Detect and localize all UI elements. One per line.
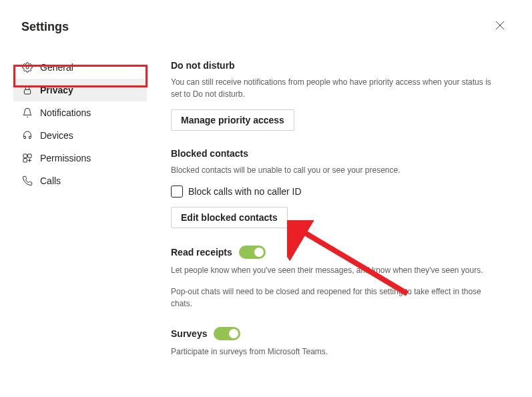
settings-header: Settings [0, 0, 532, 48]
sidebar-item-label: Privacy [40, 85, 73, 95]
receipts-desc: Let people know when you've seen their m… [171, 264, 492, 276]
dnd-desc: You can still receive notifications from… [171, 76, 492, 100]
lock-icon [21, 84, 33, 96]
svg-rect-6 [23, 159, 27, 162]
phone-icon [21, 175, 33, 187]
block-no-caller-id-checkbox[interactable] [171, 185, 183, 197]
edit-blocked-button[interactable]: Edit blocked contacts [171, 207, 288, 228]
block-no-caller-id-row[interactable]: Block calls with no caller ID [171, 185, 492, 197]
sidebar-item-general[interactable]: General [13, 56, 147, 79]
dnd-section: Do not disturb You can still receive not… [171, 60, 492, 131]
manage-priority-button[interactable]: Manage priority access [171, 109, 294, 131]
read-receipts-toggle[interactable] [239, 246, 266, 259]
sidebar-item-label: Notifications [40, 107, 91, 118]
checkbox-label: Block calls with no caller ID [188, 186, 302, 197]
receipts-section: Read receipts Let people know when you'v… [171, 246, 492, 310]
svg-point-2 [26, 66, 29, 69]
svg-rect-5 [28, 154, 31, 157]
surveys-title: Surveys [171, 328, 207, 339]
bell-icon [21, 107, 33, 119]
svg-rect-4 [23, 154, 27, 157]
sidebar-item-calls[interactable]: Calls [13, 169, 147, 192]
surveys-desc: Participate in surveys from Microsoft Te… [171, 346, 492, 358]
close-icon [495, 21, 505, 33]
sidebar-item-label: General [40, 62, 73, 73]
sidebar-item-devices[interactable]: Devices [13, 124, 147, 147]
blocked-title: Blocked contacts [171, 148, 492, 159]
page-title: Settings [21, 20, 69, 34]
gear-icon [21, 61, 33, 73]
receipts-desc2: Pop-out chats will need to be closed and… [171, 286, 492, 310]
sidebar-item-label: Calls [40, 175, 61, 186]
sidebar-item-label: Permissions [40, 153, 91, 163]
sidebar-item-notifications[interactable]: Notifications [13, 101, 147, 124]
headset-icon [21, 129, 33, 141]
dnd-title: Do not disturb [171, 60, 492, 71]
sidebar-item-privacy[interactable]: Privacy [13, 79, 147, 101]
permissions-icon [21, 152, 33, 164]
surveys-section: Surveys Participate in surveys from Micr… [171, 327, 492, 358]
settings-sidebar: General Privacy Notifications Devices [13, 48, 147, 388]
surveys-toggle[interactable] [214, 327, 240, 340]
settings-main: Do not disturb You can still receive not… [147, 48, 519, 388]
close-button[interactable] [489, 16, 511, 37]
receipts-title: Read receipts [171, 247, 232, 258]
blocked-section: Blocked contacts Blocked contacts will b… [171, 148, 492, 228]
sidebar-item-label: Devices [40, 130, 73, 141]
sidebar-item-permissions[interactable]: Permissions [13, 147, 147, 169]
blocked-desc: Blocked contacts will be unable to call … [171, 164, 492, 176]
svg-rect-3 [24, 89, 30, 94]
